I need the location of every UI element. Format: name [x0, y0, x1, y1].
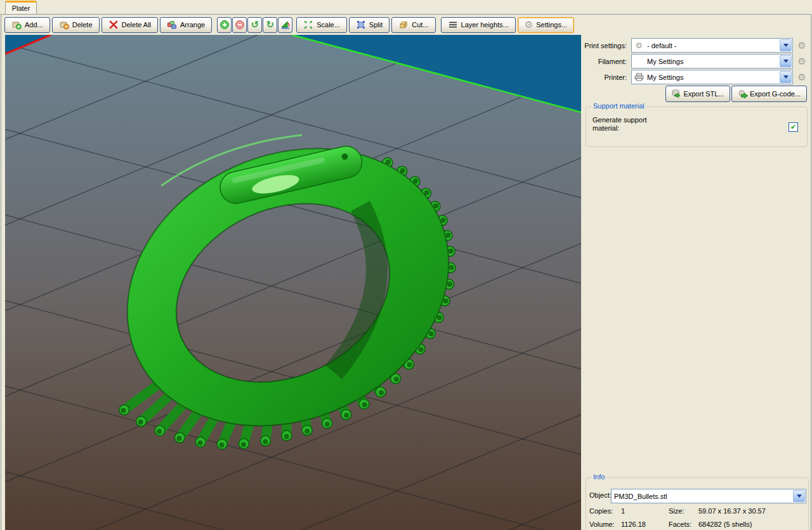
scale-arrows-icon — [303, 20, 313, 30]
export-gcode-button[interactable]: ⚙ Export G-code... — [731, 86, 807, 102]
filament-gear-button[interactable]: ⚙ — [796, 56, 808, 67]
size-value: 59.07 x 16.37 x 30.57 — [698, 507, 766, 515]
arrange-button-label: Arrange — [180, 21, 205, 29]
model-3d-object[interactable] — [82, 98, 495, 477]
arrange-cubes-icon — [167, 20, 177, 30]
rotate-ccw-button[interactable]: ↺ — [247, 17, 262, 33]
support-material-group: Support material Generate support materi… — [586, 107, 808, 147]
scale-button[interactable]: Scale... — [296, 17, 347, 33]
increase-copies-button[interactable] — [217, 17, 232, 33]
delete-all-button-label: Delete All — [122, 21, 151, 29]
copies-value: 1 — [621, 507, 625, 515]
settings-button-label: Settings... — [536, 21, 567, 29]
split-button[interactable]: Split — [349, 17, 390, 33]
print-settings-gear-button[interactable]: ⚙ — [796, 40, 808, 51]
export-gcode-label: Export G-code... — [750, 90, 801, 98]
export-gcode-icon: ⚙ — [738, 89, 748, 99]
split-shape-icon — [356, 20, 366, 30]
generate-support-checkbox[interactable]: ✔ — [789, 122, 798, 132]
export-stl-button[interactable]: Export STL... — [665, 86, 730, 102]
printer-select[interactable]: My Settings — [631, 70, 793, 84]
dropdown-arrow-icon[interactable] — [780, 39, 792, 51]
copies-label: Copies: — [589, 507, 613, 515]
add-button-label: Add... — [25, 21, 43, 29]
slic3r-window: { "window": { "tab_label": "Plater" }, "… — [0, 0, 812, 530]
filament-select[interactable]: My Settings — [631, 54, 793, 68]
gear-icon: ⚙ — [525, 20, 533, 30]
printer-icon — [632, 73, 646, 81]
generate-support-label: Generate support material: — [593, 116, 669, 132]
dropdown-arrow-icon[interactable] — [780, 55, 792, 67]
export-stl-icon — [671, 89, 681, 99]
info-group-title: Info — [591, 473, 606, 481]
dropdown-arrow-icon[interactable] — [793, 490, 805, 502]
scale-button-label: Scale... — [317, 21, 340, 29]
gear-icon: ⚙ — [632, 41, 646, 49]
split-button-label: Split — [369, 21, 383, 29]
facets-label: Facets: — [669, 520, 691, 528]
volume-value: 1126.18 — [621, 520, 646, 528]
add-button[interactable]: Add... — [4, 17, 50, 33]
object-label: Object: — [589, 491, 612, 499]
facets-value: 684282 (5 shells) — [698, 520, 752, 528]
cut-button-label: Cut... — [412, 21, 428, 29]
tab-plater-label: Plater — [12, 4, 30, 12]
plus-circle-icon — [219, 20, 230, 30]
3d-viewport[interactable] — [5, 35, 581, 530]
plater-panel: Add... Delete Delete All Arrange ↺ ↻ — [1, 14, 811, 530]
object-select[interactable]: PM3D_Bullets.stl — [611, 489, 806, 503]
layer-heights-button[interactable]: Layer heights... — [441, 17, 516, 33]
filament-label: Filament: — [558, 58, 627, 65]
minus-circle-icon — [235, 20, 245, 30]
rotate-custom-button[interactable] — [278, 17, 292, 33]
printer-value: My Settings — [646, 74, 779, 81]
box-delete-icon — [59, 20, 69, 30]
volume-label: Volume: — [589, 520, 615, 528]
checkmark-icon: ✔ — [790, 124, 796, 131]
support-material-group-title: Support material — [591, 102, 646, 110]
rotate-cw-icon: ↻ — [266, 20, 274, 30]
rotate-flag-icon — [280, 20, 291, 30]
dropdown-arrow-icon[interactable] — [780, 71, 792, 83]
decrease-copies-button[interactable] — [232, 17, 247, 33]
cut-button[interactable]: Cut... — [391, 17, 435, 33]
delete-button-label: Delete — [72, 21, 93, 29]
cut-box-icon — [398, 20, 409, 30]
arrange-button[interactable]: Arrange — [160, 17, 212, 33]
delete-all-button[interactable]: Delete All — [102, 17, 158, 33]
print-settings-label: Print settings: — [558, 42, 627, 49]
box-add-icon — [11, 20, 22, 30]
layer-heights-button-label: Layer heights... — [461, 21, 509, 29]
object-value: PM3D_Bullets.stl — [612, 493, 792, 500]
export-stl-label: Export STL... — [683, 90, 724, 98]
3d-scene — [5, 35, 581, 530]
settings-button[interactable]: ⚙ Settings... — [518, 17, 574, 33]
print-settings-select[interactable]: ⚙ - default - — [631, 38, 793, 53]
delete-button[interactable]: Delete — [52, 17, 100, 33]
rotate-ccw-icon: ↺ — [251, 20, 259, 30]
layer-heights-icon — [448, 20, 458, 30]
rotate-cw-button[interactable]: ↻ — [263, 17, 277, 33]
red-x-icon — [108, 20, 119, 30]
printer-label: Printer: — [558, 74, 627, 81]
print-settings-value: - default - — [646, 42, 779, 49]
filament-value: My Settings — [646, 58, 779, 65]
size-label: Size: — [669, 507, 684, 515]
printer-gear-button[interactable]: ⚙ — [796, 72, 808, 83]
plater-toolbar: Add... Delete Delete All Arrange ↺ ↻ — [4, 16, 576, 34]
tab-plater[interactable]: Plater — [5, 1, 37, 14]
info-group: Info Object: PM3D_Bullets.stl Copies: 1 … — [586, 477, 809, 530]
